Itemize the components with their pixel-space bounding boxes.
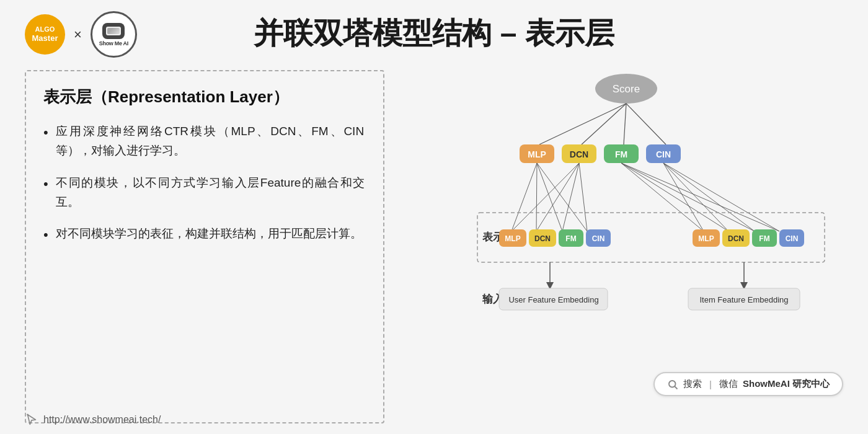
svg-text:FM: FM (759, 234, 769, 243)
logo-area: ALGO Master × Show Me AI (25, 11, 137, 58)
svg-text:DCN: DCN (728, 234, 744, 243)
wechat-label: 微信 (719, 378, 738, 390)
svg-line-16 (537, 163, 562, 231)
svg-line-26 (663, 163, 704, 231)
panel-title: 表示层（Representation Layer） (43, 86, 366, 108)
svg-line-18 (512, 163, 579, 231)
showmeai-label: Show Me AI (99, 40, 128, 46)
svg-line-28 (663, 163, 755, 231)
svg-text:CIN: CIN (592, 234, 605, 243)
search-icon (667, 379, 678, 390)
svg-text:MLP: MLP (528, 149, 546, 159)
bullet-list: 应用深度神经网络CTR模块（MLP、DCN、FM、CIN等），对输入进行学习。 … (43, 122, 366, 244)
svg-text:Item Feature Embedding: Item Feature Embedding (699, 295, 788, 304)
svg-line-17 (537, 163, 587, 231)
svg-line-15 (536, 163, 537, 231)
website-link: http://www.showmeai.tech/ (25, 413, 161, 427)
svg-point-57 (27, 414, 29, 415)
divider: | (709, 379, 712, 389)
brand-name: ShowMeAI 研究中心 (743, 378, 830, 390)
svg-text:MLP: MLP (505, 234, 520, 243)
showmeai-logo: Show Me AI (91, 11, 137, 58)
showmeai-screen (106, 27, 121, 35)
left-panel: 表示层（Representation Layer） 应用深度神经网络CTR模块（… (25, 70, 384, 423)
svg-text:FM: FM (565, 234, 576, 243)
showmeai-icon (102, 23, 125, 39)
main-content: 表示层（Representation Layer） 应用深度神经网络CTR模块（… (0, 64, 868, 430)
header: ALGO Master × Show Me AI 并联双塔模型结构 – 表示层 (0, 0, 868, 64)
svg-line-22 (621, 163, 704, 231)
cursor-icon (25, 413, 38, 427)
diagram-svg: Score MLP DCN FM CIN (415, 70, 837, 368)
page-title: 并联双塔模型结构 – 表示层 (254, 14, 614, 53)
svg-line-24 (621, 163, 755, 231)
bottom-bar: http://www.showmeai.tech/ (0, 408, 868, 434)
svg-line-5 (626, 104, 666, 144)
search-text: 搜索 (683, 378, 702, 390)
svg-text:MLP: MLP (698, 234, 714, 243)
website-url: http://www.showmeai.tech/ (43, 414, 161, 425)
svg-text:User Feature Embedding: User Feature Embedding (508, 295, 598, 304)
svg-line-14 (512, 163, 537, 231)
svg-text:DCN: DCN (570, 149, 588, 159)
svg-line-27 (663, 163, 728, 231)
svg-text:FM: FM (615, 149, 627, 159)
right-panel: Score MLP DCN FM CIN (409, 70, 843, 423)
svg-line-2 (539, 104, 626, 144)
search-badge: 搜索 | 微信 ShowMeAI 研究中心 (653, 372, 843, 396)
bullet-item-1: 应用深度神经网络CTR模块（MLP、DCN、FM、CIN等），对输入进行学习。 (43, 122, 366, 161)
svg-line-25 (621, 163, 779, 231)
svg-line-29 (663, 163, 779, 231)
svg-text:DCN: DCN (534, 234, 551, 243)
bullet-item-2: 不同的模块，以不同方式学习输入层Feature的融合和交互。 (43, 173, 366, 212)
svg-text:CIN: CIN (786, 234, 799, 243)
algo-master-logo: ALGO Master (25, 14, 65, 55)
svg-line-56 (675, 386, 677, 389)
svg-line-23 (621, 163, 728, 231)
svg-line-21 (579, 163, 587, 231)
bullet-item-3: 对不同模块学习的表征，构建并联结构，用于匹配层计算。 (43, 224, 366, 243)
svg-line-4 (624, 104, 626, 144)
svg-text:CIN: CIN (656, 149, 671, 159)
svg-line-3 (582, 104, 626, 144)
svg-text:Score: Score (613, 83, 640, 95)
svg-point-55 (669, 381, 676, 388)
svg-line-19 (536, 163, 579, 231)
cross-sign: × (74, 27, 82, 43)
svg-line-20 (562, 163, 579, 231)
